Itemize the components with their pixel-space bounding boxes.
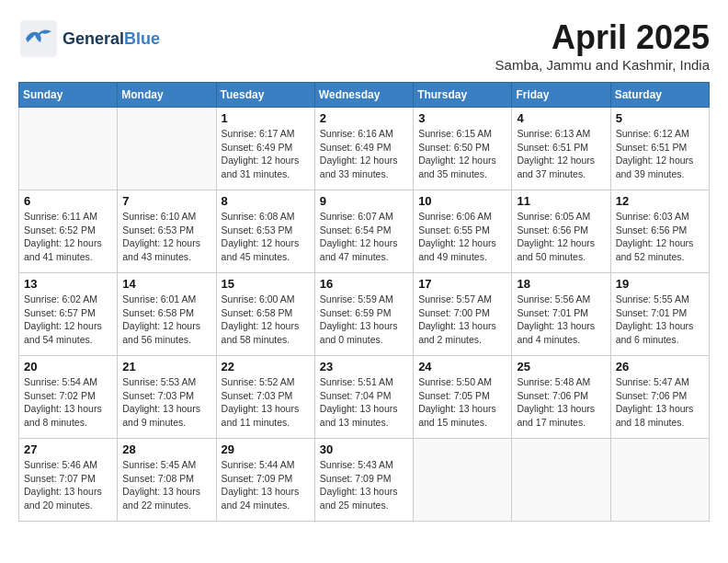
day-number: 25 — [517, 360, 605, 373]
day-info: Sunrise: 6:06 AM Sunset: 6:55 PM Dayligh… — [418, 210, 506, 264]
day-number: 4 — [517, 111, 605, 125]
day-header-wednesday: Wednesday — [314, 83, 413, 108]
day-info: Sunrise: 6:16 AM Sunset: 6:49 PM Dayligh… — [320, 127, 408, 181]
calendar-cell — [19, 108, 118, 190]
calendar-cell: 11Sunrise: 6:05 AM Sunset: 6:56 PM Dayli… — [512, 190, 610, 273]
day-number: 6 — [24, 194, 112, 208]
day-number: 15 — [222, 277, 310, 291]
calendar-cell: 25Sunrise: 5:48 AM Sunset: 7:06 PM Dayli… — [512, 356, 610, 439]
calendar-cell: 26Sunrise: 5:47 AM Sunset: 7:06 PM Dayli… — [610, 356, 709, 439]
day-header-monday: Monday — [118, 83, 216, 108]
calendar-cell: 20Sunrise: 5:54 AM Sunset: 7:02 PM Dayli… — [19, 356, 118, 439]
calendar-cell: 27Sunrise: 5:46 AM Sunset: 7:07 PM Dayli… — [19, 439, 118, 522]
day-info: Sunrise: 5:44 AM Sunset: 7:09 PM Dayligh… — [222, 458, 310, 512]
day-number: 27 — [24, 442, 112, 456]
logo-icon — [18, 18, 59, 59]
day-number: 28 — [122, 442, 210, 456]
calendar-header-row: SundayMondayTuesdayWednesdayThursdayFrid… — [19, 83, 710, 108]
calendar-cell — [512, 439, 610, 522]
day-info: Sunrise: 6:15 AM Sunset: 6:50 PM Dayligh… — [418, 127, 506, 181]
calendar-table: SundayMondayTuesdayWednesdayThursdayFrid… — [18, 82, 710, 522]
subtitle: Samba, Jammu and Kashmir, India — [495, 57, 710, 73]
calendar-cell: 18Sunrise: 5:56 AM Sunset: 7:01 PM Dayli… — [512, 273, 610, 356]
calendar-cell: 3Sunrise: 6:15 AM Sunset: 6:50 PM Daylig… — [414, 108, 512, 190]
day-info: Sunrise: 5:56 AM Sunset: 7:01 PM Dayligh… — [517, 293, 605, 347]
day-number: 13 — [24, 277, 112, 291]
calendar-cell: 5Sunrise: 6:12 AM Sunset: 6:51 PM Daylig… — [610, 108, 709, 190]
day-number: 1 — [222, 111, 310, 125]
day-info: Sunrise: 6:11 AM Sunset: 6:52 PM Dayligh… — [24, 210, 112, 264]
day-info: Sunrise: 6:02 AM Sunset: 6:57 PM Dayligh… — [24, 293, 112, 347]
day-info: Sunrise: 6:07 AM Sunset: 6:54 PM Dayligh… — [320, 210, 408, 264]
day-number: 14 — [122, 277, 210, 291]
day-number: 7 — [122, 194, 210, 208]
logo: GeneralBlue — [18, 18, 160, 59]
title-block: April 2025 Samba, Jammu and Kashmir, Ind… — [495, 18, 710, 73]
day-number: 26 — [616, 360, 704, 373]
calendar-cell: 24Sunrise: 5:50 AM Sunset: 7:05 PM Dayli… — [414, 356, 512, 439]
logo-text: GeneralBlue — [63, 29, 160, 49]
day-number: 12 — [616, 194, 704, 208]
day-number: 30 — [320, 442, 408, 456]
calendar-cell: 28Sunrise: 5:45 AM Sunset: 7:08 PM Dayli… — [118, 439, 216, 522]
calendar-cell: 7Sunrise: 6:10 AM Sunset: 6:53 PM Daylig… — [118, 190, 216, 273]
calendar-cell: 29Sunrise: 5:44 AM Sunset: 7:09 PM Dayli… — [216, 439, 314, 522]
day-number: 11 — [517, 194, 605, 208]
calendar-cell: 15Sunrise: 6:00 AM Sunset: 6:58 PM Dayli… — [216, 273, 314, 356]
day-number: 29 — [222, 442, 310, 456]
day-number: 5 — [616, 111, 704, 125]
calendar-week-4: 20Sunrise: 5:54 AM Sunset: 7:02 PM Dayli… — [19, 356, 710, 439]
calendar-cell: 1Sunrise: 6:17 AM Sunset: 6:49 PM Daylig… — [216, 108, 314, 190]
day-number: 23 — [320, 360, 408, 373]
day-number: 19 — [616, 277, 704, 291]
day-info: Sunrise: 6:17 AM Sunset: 6:49 PM Dayligh… — [222, 127, 310, 181]
day-number: 9 — [320, 194, 408, 208]
day-number: 22 — [222, 360, 310, 373]
day-header-sunday: Sunday — [19, 83, 118, 108]
day-header-saturday: Saturday — [610, 83, 709, 108]
day-number: 17 — [418, 277, 506, 291]
day-number: 3 — [418, 111, 506, 125]
day-info: Sunrise: 5:46 AM Sunset: 7:07 PM Dayligh… — [24, 458, 112, 512]
day-info: Sunrise: 6:03 AM Sunset: 6:56 PM Dayligh… — [616, 210, 704, 264]
calendar-cell: 6Sunrise: 6:11 AM Sunset: 6:52 PM Daylig… — [19, 190, 118, 273]
calendar-cell: 19Sunrise: 5:55 AM Sunset: 7:01 PM Dayli… — [610, 273, 709, 356]
calendar-cell: 17Sunrise: 5:57 AM Sunset: 7:00 PM Dayli… — [414, 273, 512, 356]
calendar-week-2: 6Sunrise: 6:11 AM Sunset: 6:52 PM Daylig… — [19, 190, 710, 273]
day-number: 21 — [122, 360, 210, 373]
calendar-cell: 21Sunrise: 5:53 AM Sunset: 7:03 PM Dayli… — [118, 356, 216, 439]
calendar-cell: 12Sunrise: 6:03 AM Sunset: 6:56 PM Dayli… — [610, 190, 709, 273]
calendar-cell: 16Sunrise: 5:59 AM Sunset: 6:59 PM Dayli… — [314, 273, 413, 356]
calendar-cell: 4Sunrise: 6:13 AM Sunset: 6:51 PM Daylig… — [512, 108, 610, 190]
day-number: 20 — [24, 360, 112, 373]
day-info: Sunrise: 6:13 AM Sunset: 6:51 PM Dayligh… — [517, 127, 605, 181]
day-info: Sunrise: 5:54 AM Sunset: 7:02 PM Dayligh… — [24, 375, 112, 430]
calendar-cell: 14Sunrise: 6:01 AM Sunset: 6:58 PM Dayli… — [118, 273, 216, 356]
day-header-tuesday: Tuesday — [216, 83, 314, 108]
calendar-cell: 13Sunrise: 6:02 AM Sunset: 6:57 PM Dayli… — [19, 273, 118, 356]
month-title: April 2025 — [495, 18, 710, 57]
day-info: Sunrise: 5:57 AM Sunset: 7:00 PM Dayligh… — [418, 293, 506, 347]
day-info: Sunrise: 6:10 AM Sunset: 6:53 PM Dayligh… — [122, 210, 210, 264]
day-header-friday: Friday — [512, 83, 610, 108]
day-info: Sunrise: 5:43 AM Sunset: 7:09 PM Dayligh… — [320, 458, 408, 512]
day-info: Sunrise: 6:00 AM Sunset: 6:58 PM Dayligh… — [222, 293, 310, 347]
calendar-cell: 30Sunrise: 5:43 AM Sunset: 7:09 PM Dayli… — [314, 439, 413, 522]
day-info: Sunrise: 5:53 AM Sunset: 7:03 PM Dayligh… — [122, 375, 210, 430]
calendar-cell — [118, 108, 216, 190]
calendar-cell: 2Sunrise: 6:16 AM Sunset: 6:49 PM Daylig… — [314, 108, 413, 190]
calendar-week-1: 1Sunrise: 6:17 AM Sunset: 6:49 PM Daylig… — [19, 108, 710, 190]
day-info: Sunrise: 6:08 AM Sunset: 6:53 PM Dayligh… — [222, 210, 310, 264]
day-info: Sunrise: 6:12 AM Sunset: 6:51 PM Dayligh… — [616, 127, 704, 181]
calendar-cell — [610, 439, 709, 522]
calendar-cell: 8Sunrise: 6:08 AM Sunset: 6:53 PM Daylig… — [216, 190, 314, 273]
day-number: 24 — [418, 360, 506, 373]
day-info: Sunrise: 5:52 AM Sunset: 7:03 PM Dayligh… — [222, 375, 310, 430]
day-info: Sunrise: 5:59 AM Sunset: 6:59 PM Dayligh… — [320, 293, 408, 347]
day-info: Sunrise: 6:01 AM Sunset: 6:58 PM Dayligh… — [122, 293, 210, 347]
calendar-cell: 9Sunrise: 6:07 AM Sunset: 6:54 PM Daylig… — [314, 190, 413, 273]
day-number: 10 — [418, 194, 506, 208]
day-info: Sunrise: 5:55 AM Sunset: 7:01 PM Dayligh… — [616, 293, 704, 347]
day-info: Sunrise: 5:48 AM Sunset: 7:06 PM Dayligh… — [517, 375, 605, 430]
calendar-cell — [414, 439, 512, 522]
